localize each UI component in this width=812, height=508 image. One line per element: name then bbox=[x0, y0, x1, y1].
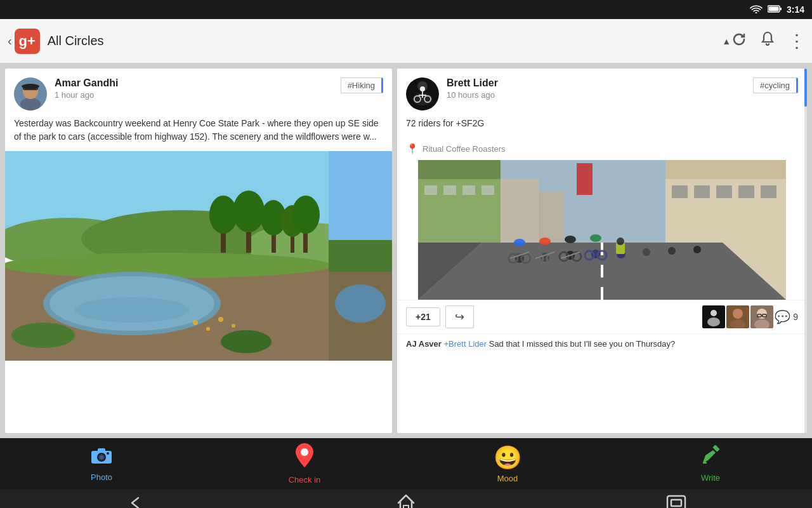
toolbar-mood[interactable]: 😀 Mood bbox=[406, 444, 609, 483]
dropdown-icon[interactable]: ▲ bbox=[722, 36, 731, 46]
svg-point-82 bbox=[643, 248, 650, 256]
bottom-toolbar: Photo Check in 😀 Mood Write bbox=[0, 438, 812, 489]
scroll-indicator bbox=[804, 69, 807, 433]
post-location: 📍 Ritual Coffee Roasters bbox=[397, 138, 807, 160]
svg-point-84 bbox=[693, 246, 701, 253]
svg-point-42 bbox=[420, 86, 425, 91]
svg-point-111 bbox=[301, 448, 308, 456]
svg-rect-61 bbox=[738, 185, 754, 198]
location-name: Ritual Coffee Roasters bbox=[422, 144, 506, 154]
svg-point-33 bbox=[232, 324, 235, 328]
action-avatar-2 bbox=[726, 305, 749, 328]
post-author-info-left: Amar Gandhi 1 hour ago bbox=[55, 77, 336, 100]
toolbar-photo[interactable]: Photo bbox=[0, 446, 203, 482]
action-avatars: 💬 9 bbox=[702, 305, 798, 328]
comment-author: AJ Asver bbox=[406, 339, 442, 349]
svg-point-29 bbox=[221, 330, 272, 353]
nav-bar bbox=[0, 489, 812, 508]
svg-rect-3 bbox=[780, 8, 782, 10]
post-time-left: 1 hour ago bbox=[55, 90, 336, 100]
avatar-left bbox=[14, 77, 47, 110]
nav-back-icon[interactable] bbox=[126, 495, 146, 508]
mood-icon: 😀 bbox=[494, 444, 522, 471]
app-bar-title: All Circles bbox=[48, 34, 719, 48]
svg-point-83 bbox=[668, 247, 676, 255]
post-author-info-right: Brett Lider 10 hours ago bbox=[447, 77, 748, 100]
plus-label: +21 bbox=[416, 312, 431, 322]
svg-point-38 bbox=[335, 284, 386, 323]
svg-point-16 bbox=[233, 190, 265, 232]
more-icon[interactable]: ⋮ bbox=[788, 30, 804, 51]
svg-point-32 bbox=[218, 317, 223, 322]
svg-point-94 bbox=[710, 310, 717, 316]
comment-mention: +Brett Lider bbox=[444, 339, 487, 349]
write-icon bbox=[700, 445, 721, 471]
svg-rect-109 bbox=[98, 448, 105, 452]
svg-point-28 bbox=[11, 323, 75, 348]
toolbar-checkin[interactable]: Check in bbox=[203, 443, 406, 485]
photo-label: Photo bbox=[91, 472, 112, 482]
svg-point-86 bbox=[539, 237, 551, 245]
post-card-left: Amar Gandhi 1 hour ago #Hiking Yesterday… bbox=[5, 69, 392, 433]
svg-rect-59 bbox=[694, 185, 710, 198]
write-label: Write bbox=[701, 473, 720, 483]
battery-icon bbox=[768, 5, 782, 15]
action-avatar-1 bbox=[702, 305, 725, 328]
post-time-right: 10 hours ago bbox=[447, 90, 748, 100]
svg-point-95 bbox=[707, 318, 720, 326]
svg-point-110 bbox=[107, 452, 109, 455]
comment-icon: 💬 bbox=[775, 309, 790, 324]
toolbar-write[interactable]: Write bbox=[609, 445, 812, 483]
checkin-label: Check in bbox=[289, 475, 321, 485]
notification-icon[interactable] bbox=[760, 31, 775, 51]
svg-rect-118 bbox=[671, 500, 681, 506]
landscape-strip bbox=[329, 151, 392, 361]
post-actions-right: +21 ↪ bbox=[397, 300, 807, 333]
svg-point-88 bbox=[590, 234, 601, 242]
share-icon: ↪ bbox=[455, 310, 464, 324]
svg-point-0 bbox=[755, 12, 757, 13]
post-tag-left[interactable]: #Hiking bbox=[341, 77, 383, 93]
comment-number: 9 bbox=[793, 312, 798, 322]
nav-home-icon[interactable] bbox=[396, 494, 416, 508]
plus-button[interactable]: +21 bbox=[406, 307, 440, 326]
post-header-right: Brett Lider 10 hours ago #cycling bbox=[397, 69, 807, 117]
gplus-logo: g+ bbox=[15, 29, 40, 54]
refresh-icon[interactable] bbox=[731, 31, 747, 51]
svg-point-97 bbox=[733, 309, 743, 319]
nav-recent-icon[interactable] bbox=[666, 495, 686, 508]
comment-text: Sad that I missed this but I'll see you … bbox=[489, 339, 675, 349]
app-bar: ‹ g+ All Circles ▲ ⋮ bbox=[0, 19, 812, 64]
svg-point-31 bbox=[206, 327, 210, 331]
svg-point-30 bbox=[193, 320, 198, 325]
gplus-logo-text: g+ bbox=[19, 34, 36, 48]
svg-rect-57 bbox=[665, 160, 786, 179]
wifi-icon bbox=[750, 4, 763, 15]
svg-rect-92 bbox=[577, 163, 593, 195]
svg-rect-52 bbox=[462, 185, 475, 195]
cycling-image-container bbox=[397, 160, 807, 300]
back-icon[interactable]: ‹ bbox=[8, 34, 12, 48]
avatar-right bbox=[406, 77, 439, 110]
svg-point-27 bbox=[75, 297, 189, 323]
share-button[interactable]: ↪ bbox=[445, 305, 474, 328]
status-bar: 3:14 bbox=[0, 0, 812, 19]
svg-rect-116 bbox=[403, 505, 409, 508]
post-tag-right[interactable]: #cycling bbox=[753, 77, 798, 93]
svg-point-81 bbox=[617, 237, 624, 245]
post-image-container-left bbox=[5, 151, 392, 361]
svg-rect-50 bbox=[424, 185, 437, 195]
app-bar-actions: ⋮ bbox=[731, 30, 804, 51]
svg-rect-53 bbox=[481, 185, 494, 195]
post-author-name-right: Brett Lider bbox=[447, 77, 748, 89]
post-text-left: Yesterday was Backcountry weekend at Hen… bbox=[5, 117, 392, 151]
svg-rect-60 bbox=[716, 185, 732, 198]
svg-point-85 bbox=[514, 239, 525, 246]
status-time: 3:14 bbox=[787, 4, 804, 15]
svg-rect-49 bbox=[418, 160, 501, 179]
comment-count: 💬 9 bbox=[775, 309, 798, 324]
landscape-image bbox=[5, 151, 329, 361]
checkin-icon bbox=[296, 443, 313, 472]
post-author-name-left: Amar Gandhi bbox=[55, 77, 336, 89]
action-avatar-3 bbox=[750, 305, 773, 328]
